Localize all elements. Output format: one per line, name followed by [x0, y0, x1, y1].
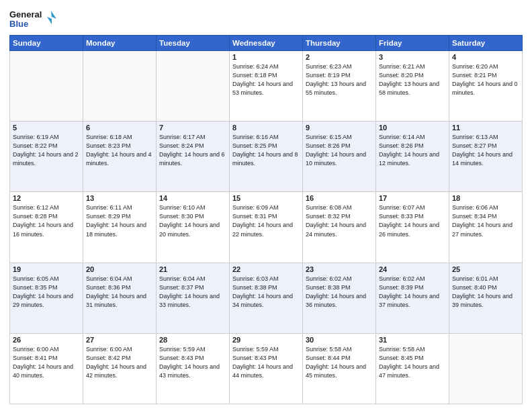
day-cell — [449, 333, 523, 404]
day-cell: 28Sunrise: 5:59 AMSunset: 8:43 PMDayligh… — [157, 333, 230, 404]
day-number: 20 — [86, 265, 153, 273]
calendar-table: SundayMondayTuesdayWednesdayThursdayFrid… — [9, 35, 523, 404]
day-cell: 1Sunrise: 6:24 AMSunset: 8:18 PMDaylight… — [230, 51, 303, 122]
day-info: Sunrise: 6:23 AMSunset: 8:19 PMDaylight:… — [306, 62, 373, 97]
day-number: 12 — [13, 194, 80, 202]
day-cell: 26Sunrise: 6:00 AMSunset: 8:41 PMDayligh… — [10, 333, 83, 404]
day-number: 19 — [13, 265, 80, 273]
day-number: 24 — [379, 265, 446, 273]
day-number: 8 — [232, 124, 300, 132]
day-number: 17 — [379, 194, 446, 202]
day-number: 30 — [306, 336, 373, 344]
day-cell: 6Sunrise: 6:18 AMSunset: 8:23 PMDaylight… — [83, 122, 157, 192]
day-number: 13 — [86, 194, 153, 202]
day-number: 7 — [159, 124, 226, 132]
day-cell: 16Sunrise: 6:08 AMSunset: 8:32 PMDayligh… — [303, 192, 376, 263]
day-number: 3 — [379, 53, 446, 61]
day-info: Sunrise: 6:08 AMSunset: 8:32 PMDaylight:… — [306, 203, 373, 238]
day-cell: 18Sunrise: 6:06 AMSunset: 8:34 PMDayligh… — [449, 192, 523, 263]
weekday-header-thursday: Thursday — [303, 36, 376, 51]
day-cell: 3Sunrise: 6:21 AMSunset: 8:20 PMDaylight… — [376, 51, 449, 122]
generalblue-logo: General Blue — [9, 7, 56, 31]
day-info: Sunrise: 6:04 AMSunset: 8:37 PMDaylight:… — [159, 275, 226, 310]
header: General Blue — [9, 7, 523, 31]
day-number: 28 — [159, 336, 226, 344]
day-cell: 20Sunrise: 6:04 AMSunset: 8:36 PMDayligh… — [83, 263, 157, 333]
day-info: Sunrise: 6:17 AMSunset: 8:24 PMDaylight:… — [159, 133, 226, 168]
day-info: Sunrise: 6:09 AMSunset: 8:31 PMDaylight:… — [232, 203, 300, 238]
day-cell: 27Sunrise: 6:00 AMSunset: 8:42 PMDayligh… — [83, 333, 157, 404]
day-number: 10 — [379, 124, 446, 132]
day-info: Sunrise: 6:18 AMSunset: 8:23 PMDaylight:… — [86, 133, 153, 168]
day-cell — [83, 51, 157, 122]
day-cell: 5Sunrise: 6:19 AMSunset: 8:22 PMDaylight… — [10, 122, 83, 192]
day-cell — [10, 51, 83, 122]
day-info: Sunrise: 6:02 AMSunset: 8:39 PMDaylight:… — [379, 275, 446, 310]
svg-text:General: General — [9, 9, 42, 19]
day-cell: 14Sunrise: 6:10 AMSunset: 8:30 PMDayligh… — [157, 192, 230, 263]
weekday-header-sunday: Sunday — [10, 36, 83, 51]
day-number: 5 — [13, 124, 80, 132]
day-number: 29 — [232, 336, 300, 344]
day-cell: 21Sunrise: 6:04 AMSunset: 8:37 PMDayligh… — [157, 263, 230, 333]
day-cell: 19Sunrise: 6:05 AMSunset: 8:35 PMDayligh… — [10, 263, 83, 333]
day-cell: 9Sunrise: 6:15 AMSunset: 8:26 PMDaylight… — [303, 122, 376, 192]
day-number: 1 — [232, 53, 300, 61]
day-cell: 29Sunrise: 5:59 AMSunset: 8:43 PMDayligh… — [230, 333, 303, 404]
day-number: 18 — [452, 194, 519, 202]
logo: General Blue — [9, 7, 56, 31]
day-number: 26 — [13, 336, 80, 344]
day-number: 25 — [452, 265, 519, 273]
day-number: 22 — [232, 265, 300, 273]
day-cell: 17Sunrise: 6:07 AMSunset: 8:33 PMDayligh… — [376, 192, 449, 263]
weekday-header-monday: Monday — [83, 36, 157, 51]
day-cell: 15Sunrise: 6:09 AMSunset: 8:31 PMDayligh… — [230, 192, 303, 263]
day-info: Sunrise: 6:16 AMSunset: 8:25 PMDaylight:… — [232, 133, 300, 168]
weekday-header-tuesday: Tuesday — [157, 36, 230, 51]
page: General Blue SundayMondayTuesdayWednesda… — [0, 0, 532, 411]
week-row-2: 5Sunrise: 6:19 AMSunset: 8:22 PMDaylight… — [10, 122, 523, 192]
day-number: 23 — [306, 265, 373, 273]
day-cell: 22Sunrise: 6:03 AMSunset: 8:38 PMDayligh… — [230, 263, 303, 333]
day-number: 9 — [306, 124, 373, 132]
day-info: Sunrise: 5:58 AMSunset: 8:45 PMDaylight:… — [379, 345, 446, 380]
day-info: Sunrise: 6:19 AMSunset: 8:22 PMDaylight:… — [13, 133, 80, 168]
day-number: 14 — [159, 194, 226, 202]
day-info: Sunrise: 6:01 AMSunset: 8:40 PMDaylight:… — [452, 275, 519, 310]
day-info: Sunrise: 6:24 AMSunset: 8:18 PMDaylight:… — [232, 62, 300, 97]
day-cell: 10Sunrise: 6:14 AMSunset: 8:26 PMDayligh… — [376, 122, 449, 192]
weekday-header-saturday: Saturday — [449, 36, 523, 51]
day-cell: 2Sunrise: 6:23 AMSunset: 8:19 PMDaylight… — [303, 51, 376, 122]
day-info: Sunrise: 6:11 AMSunset: 8:29 PMDaylight:… — [86, 203, 153, 238]
day-info: Sunrise: 6:06 AMSunset: 8:34 PMDaylight:… — [452, 203, 519, 238]
day-number: 27 — [86, 336, 153, 344]
day-cell: 13Sunrise: 6:11 AMSunset: 8:29 PMDayligh… — [83, 192, 157, 263]
week-row-4: 19Sunrise: 6:05 AMSunset: 8:35 PMDayligh… — [10, 263, 523, 333]
day-number: 15 — [232, 194, 300, 202]
day-info: Sunrise: 5:59 AMSunset: 8:43 PMDaylight:… — [232, 345, 300, 380]
day-cell: 8Sunrise: 6:16 AMSunset: 8:25 PMDaylight… — [230, 122, 303, 192]
day-number: 11 — [452, 124, 519, 132]
day-info: Sunrise: 6:03 AMSunset: 8:38 PMDaylight:… — [232, 275, 300, 310]
day-cell: 11Sunrise: 6:13 AMSunset: 8:27 PMDayligh… — [449, 122, 523, 192]
day-number: 21 — [159, 265, 226, 273]
day-info: Sunrise: 5:58 AMSunset: 8:44 PMDaylight:… — [306, 345, 373, 380]
day-cell: 31Sunrise: 5:58 AMSunset: 8:45 PMDayligh… — [376, 333, 449, 404]
day-info: Sunrise: 6:13 AMSunset: 8:27 PMDaylight:… — [452, 133, 519, 168]
day-cell: 25Sunrise: 6:01 AMSunset: 8:40 PMDayligh… — [449, 263, 523, 333]
day-number: 16 — [306, 194, 373, 202]
day-number: 4 — [452, 53, 519, 61]
weekday-header-wednesday: Wednesday — [230, 36, 303, 51]
day-cell: 12Sunrise: 6:12 AMSunset: 8:28 PMDayligh… — [10, 192, 83, 263]
weekday-header-row: SundayMondayTuesdayWednesdayThursdayFrid… — [10, 36, 523, 51]
week-row-1: 1Sunrise: 6:24 AMSunset: 8:18 PMDaylight… — [10, 51, 523, 122]
svg-text:Blue: Blue — [9, 19, 28, 29]
day-info: Sunrise: 6:10 AMSunset: 8:30 PMDaylight:… — [159, 203, 226, 238]
day-cell — [157, 51, 230, 122]
week-row-3: 12Sunrise: 6:12 AMSunset: 8:28 PMDayligh… — [10, 192, 523, 263]
day-cell: 23Sunrise: 6:02 AMSunset: 8:38 PMDayligh… — [303, 263, 376, 333]
day-info: Sunrise: 6:02 AMSunset: 8:38 PMDaylight:… — [306, 275, 373, 310]
day-info: Sunrise: 6:15 AMSunset: 8:26 PMDaylight:… — [306, 133, 373, 168]
day-cell: 24Sunrise: 6:02 AMSunset: 8:39 PMDayligh… — [376, 263, 449, 333]
day-info: Sunrise: 6:04 AMSunset: 8:36 PMDaylight:… — [86, 275, 153, 310]
